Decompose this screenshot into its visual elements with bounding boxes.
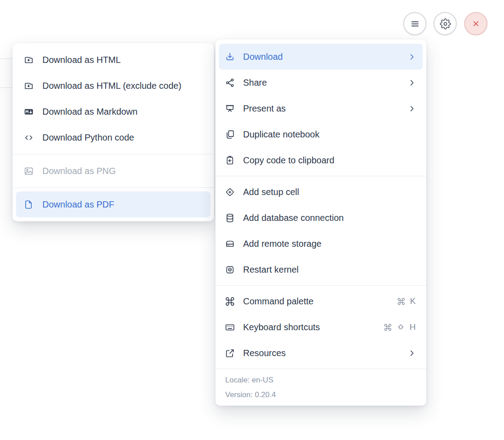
menu-item-label: Keyboard shortcuts xyxy=(243,322,384,332)
download-submenu-panel: Download as HTMLDownload as HTML (exclud… xyxy=(12,43,214,221)
shortcut-hint: K xyxy=(397,296,416,306)
menu-item-label: Download xyxy=(243,52,408,62)
main-menu-sections: DownloadSharePresent asDuplicate noteboo… xyxy=(215,41,426,369)
main-menu-panel: DownloadSharePresent asDuplicate noteboo… xyxy=(215,39,426,406)
menu-section: Download as PNG xyxy=(12,154,214,187)
shortcut-key: H xyxy=(409,322,416,332)
menu-item-restart-kernel[interactable]: Restart kernel xyxy=(215,257,426,282)
menu-item-add-setup-cell[interactable]: Add setup cell xyxy=(215,179,426,205)
menu-item-label: Present as xyxy=(243,104,408,114)
menu-footer: Locale: en-US Version: 0.20.4 xyxy=(215,369,426,406)
command-icon xyxy=(224,296,235,307)
menu-item-label: Copy code to clipboard xyxy=(243,155,416,166)
menu-item-keyboard-shortcuts[interactable]: Keyboard shortcutsH xyxy=(215,314,426,340)
menu-item-duplicate-notebook[interactable]: Duplicate notebook xyxy=(215,121,426,147)
folder-download-icon xyxy=(23,80,34,91)
clipboard-arrow-icon xyxy=(224,155,235,166)
chevron-right-icon xyxy=(408,105,416,112)
menu-item-label: Restart kernel xyxy=(243,265,416,275)
menu-item-present-as[interactable]: Present as xyxy=(215,95,426,121)
menu-section: Download as PDF xyxy=(12,187,214,221)
download-tray-icon xyxy=(224,51,235,62)
menu-item-resources[interactable]: Resources xyxy=(215,340,426,366)
menu-item-add-remote-storage[interactable]: Add remote storage xyxy=(215,231,426,257)
present-icon xyxy=(224,103,235,114)
shortcut-key: K xyxy=(410,296,416,306)
menu-item-download[interactable]: Download xyxy=(219,44,423,70)
close-button[interactable] xyxy=(464,12,487,35)
menu-item-label: Add database connection xyxy=(243,213,416,223)
menu-item-label: Download Python code xyxy=(42,133,203,143)
restart-kernel-icon xyxy=(224,264,235,275)
menu-item-label: Download as PDF xyxy=(42,199,203,210)
menu-item-label: Download as HTML (exclude code) xyxy=(42,81,203,91)
menu-item-label: Download as HTML xyxy=(42,55,203,65)
add-cell-icon xyxy=(224,187,235,197)
gear-icon xyxy=(440,18,451,29)
version-text: Version: 0.20.4 xyxy=(225,387,417,402)
duplicate-icon xyxy=(224,129,235,140)
code-icon xyxy=(23,132,34,143)
markdown-icon xyxy=(23,106,34,117)
menu-item-download-python-code[interactable]: Download Python code xyxy=(12,125,214,150)
menu-item-download-as-png: Download as PNG xyxy=(12,158,214,184)
menu-item-copy-code-to-clipboard[interactable]: Copy code to clipboard xyxy=(215,147,426,173)
download-submenu-sections: Download as HTMLDownload as HTML (exclud… xyxy=(12,43,214,221)
menu-item-label: Download as PNG xyxy=(42,166,203,176)
cmd-key-icon xyxy=(384,323,392,332)
share-icon xyxy=(224,77,235,88)
remote-storage-icon xyxy=(224,238,235,249)
menu-section: Download as HTMLDownload as HTML (exclud… xyxy=(12,43,214,154)
menu-button[interactable] xyxy=(403,12,426,35)
database-icon xyxy=(224,212,235,223)
shift-key-icon xyxy=(397,323,405,332)
menu-item-label: Command palette xyxy=(243,296,397,307)
menu-item-command-palette[interactable]: Command paletteK xyxy=(215,288,426,314)
menu-section: Add setup cellAdd database connectionAdd… xyxy=(215,176,426,285)
image-icon xyxy=(23,166,34,176)
menu-item-label: Resources xyxy=(243,348,408,358)
locale-text: Locale: en-US xyxy=(225,373,417,387)
file-icon xyxy=(23,199,34,210)
external-link-icon xyxy=(224,348,235,358)
menu-item-download-as-pdf[interactable]: Download as PDF xyxy=(16,191,211,217)
menu-item-label: Add setup cell xyxy=(243,187,416,197)
menu-item-label: Duplicate notebook xyxy=(243,129,416,140)
menu-item-label: Add remote storage xyxy=(243,239,416,249)
keyboard-icon xyxy=(224,322,235,332)
menu-item-download-as-html-exclude-code[interactable]: Download as HTML (exclude code) xyxy=(12,73,214,99)
menu-item-label: Download as Markdown xyxy=(42,107,203,117)
chevron-right-icon xyxy=(408,79,416,87)
menu-item-download-as-markdown[interactable]: Download as Markdown xyxy=(12,99,214,125)
settings-button[interactable] xyxy=(434,12,457,35)
menu-section: DownloadSharePresent asDuplicate noteboo… xyxy=(215,41,426,176)
close-icon xyxy=(471,18,481,29)
menu-section: Command paletteKKeyboard shortcutsHResou… xyxy=(215,285,426,369)
folder-download-icon xyxy=(23,54,34,65)
menu-item-label: Share xyxy=(243,78,408,88)
menu-item-share[interactable]: Share xyxy=(215,70,426,95)
menu-item-download-as-html[interactable]: Download as HTML xyxy=(12,47,214,73)
hamburger-icon xyxy=(409,18,421,29)
menu-item-add-database-connection[interactable]: Add database connection xyxy=(215,205,426,231)
cmd-key-icon xyxy=(397,297,405,306)
shortcut-hint: H xyxy=(384,322,416,332)
chevron-right-icon xyxy=(408,53,416,61)
chevron-right-icon xyxy=(408,349,416,357)
